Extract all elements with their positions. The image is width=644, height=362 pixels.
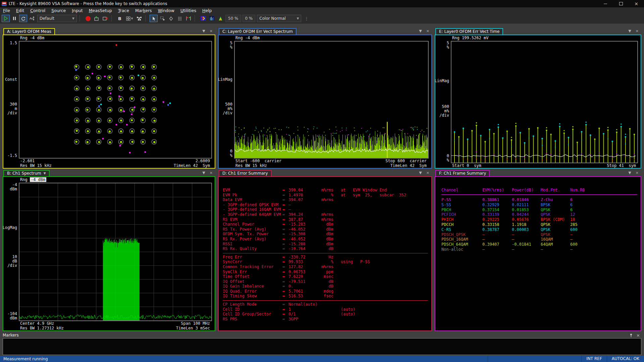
- cumulative-history-button[interactable]: [216, 15, 224, 22]
- record-button[interactable]: [84, 15, 92, 22]
- menu-control[interactable]: Control: [27, 7, 48, 14]
- menu-window[interactable]: Window: [155, 7, 177, 14]
- band-markers-icon: [178, 16, 182, 21]
- error-summary-row: Channel Power=-15.283dBm: [223, 222, 429, 227]
- range-label: Rng 199.5262 mV: [435, 35, 641, 41]
- run-button[interactable]: [2, 15, 10, 22]
- recall-trace-button[interactable]: [93, 15, 101, 22]
- error-summary-row: SyncCorr=99.933%using P-SS: [223, 259, 429, 264]
- pointer-tool-button[interactable]: [150, 15, 158, 22]
- auto-range-button[interactable]: [28, 15, 36, 22]
- error-summary-row: RS EVM=387.87m%rms: [223, 217, 429, 222]
- menu-trace[interactable]: Trace: [115, 7, 132, 14]
- pin-icon[interactable]: [629, 333, 633, 338]
- zoom-select-button[interactable]: [158, 15, 166, 22]
- restart-button[interactable]: [19, 15, 27, 22]
- panel-menu-icon[interactable]: ▼: [202, 29, 205, 33]
- band-power-button[interactable]: [176, 15, 184, 22]
- panel-d-error-summary: D: Ch1 Error Summary ▼× EVM=390.04m%rmsa…: [218, 170, 432, 331]
- layout-grid-icon: [126, 16, 131, 21]
- panel-tab-b[interactable]: B: Ch1 Spectrum▼: [3, 170, 50, 177]
- overlap-percent[interactable]: 0 %: [243, 15, 256, 22]
- panel-menu-icon[interactable]: ▼: [419, 171, 422, 175]
- color-mode-select[interactable]: Color Normal▼: [257, 15, 301, 22]
- error-summary-row: RSSI=-15.288dBm: [223, 242, 429, 247]
- chevron-down-icon: ▼: [72, 17, 74, 20]
- spectrogram-icon: [200, 16, 206, 21]
- panel-menu-icon[interactable]: ▼: [628, 171, 631, 175]
- frame-summary-row: C-RS0.387870.00003QPSK600: [441, 227, 637, 232]
- toolbar-separator: [195, 15, 197, 21]
- bold-icon: B: [118, 16, 121, 21]
- cumulative-history-icon: [218, 16, 223, 21]
- menu-markers[interactable]: Markers: [132, 7, 155, 14]
- trace-selector-chevron-icon[interactable]: ▼: [44, 171, 46, 176]
- toolbar-separator: [111, 15, 114, 21]
- error-summary-row: Data EVM=394.07m%rms: [223, 197, 429, 202]
- y-axis-labels: 5% LinMag 500m%/div 0%: [219, 41, 234, 159]
- menu-source[interactable]: Source: [48, 7, 69, 14]
- play-icon: [3, 16, 8, 21]
- frame-summary-row: PCFICH0.331390.04244QPSK12: [441, 212, 637, 217]
- panel-menu-icon[interactable]: ▼: [628, 29, 631, 33]
- panel-close-icon[interactable]: ×: [636, 171, 639, 175]
- marker-flags-button[interactable]: [184, 15, 193, 22]
- error-summary-row: EVM=390.04m%rmsat EVM Window End: [223, 188, 429, 193]
- arrange-windows-button[interactable]: [135, 15, 143, 22]
- frame-summary-row: PDSCH_16QAM——16QAM—: [441, 237, 637, 242]
- menu-help[interactable]: Help: [199, 7, 215, 14]
- pause-button[interactable]: [10, 15, 18, 22]
- panel-tab-e[interactable]: E: Layer0 OFDM Err Vect Time: [435, 28, 503, 35]
- panel-close-icon[interactable]: ×: [210, 171, 213, 175]
- y-axis-labels: 5% LinMag 500m%/div 0%: [435, 41, 451, 163]
- error-summary-row: IQ Gain Imbalance=0.dB: [223, 284, 429, 289]
- minimize-button[interactable]: [598, 0, 613, 7]
- maximize-button[interactable]: [613, 0, 629, 7]
- spectrogram-button[interactable]: [199, 15, 207, 22]
- bold-trace-button[interactable]: B: [116, 15, 124, 22]
- toolbar-overflow-icon[interactable]: ⋮: [304, 16, 309, 21]
- menu-file[interactable]: File: [0, 7, 13, 14]
- persistence-percent[interactable]: 50 %: [225, 15, 241, 22]
- panel-close-icon[interactable]: ×: [426, 29, 429, 33]
- frame-summary-row: PDSCH_QPSK——QPSK—: [441, 232, 637, 237]
- panel-tab-a[interactable]: A: Layer0 OFDM Meas: [3, 28, 55, 35]
- waterfall-icon: [209, 16, 215, 21]
- menu-edit[interactable]: Edit: [13, 7, 27, 14]
- minimize-icon: [604, 4, 607, 4]
- panel-close-icon[interactable]: ×: [426, 171, 429, 175]
- panel-title: B: Ch1 Spectrum: [7, 171, 41, 176]
- marker-diamond-button[interactable]: [167, 15, 175, 22]
- delete-trace-button[interactable]: [101, 15, 109, 22]
- range-label: Rng -4 dBm: [219, 35, 431, 41]
- x-axis-labels: Start -600 carrierStop 600 carrier: [219, 159, 431, 163]
- panel-menu-icon[interactable]: ▼: [419, 29, 422, 33]
- frame-summary-row: S-SS0.329290.02111BPSK6: [441, 202, 637, 207]
- evm-spectrum-plot-frame: [234, 41, 429, 159]
- frame-summary-row: PBCH0.371540.01853QPSK6: [441, 207, 637, 213]
- panel-tab-d[interactable]: D: Ch1 Error Summary: [219, 170, 272, 177]
- panel-close-icon[interactable]: ×: [210, 29, 213, 33]
- markers-panel-title: Markers: [3, 333, 19, 338]
- panel-tab-c[interactable]: C: Layer0 OFDM Err Vect Spectrum: [219, 28, 297, 35]
- menu-meassetup[interactable]: MeasSetup: [86, 7, 115, 14]
- close-button[interactable]: ×: [629, 0, 644, 7]
- markers-close-icon[interactable]: ×: [636, 333, 640, 338]
- error-summary-row: IQ Quad. Error=5.7061mdeg: [223, 289, 429, 294]
- layout-grid-button[interactable]: ▼: [124, 15, 135, 22]
- frame-summary-row: P-SS0.388610.01846Z-Chu6: [441, 197, 637, 202]
- reference-status: INT REF: [582, 356, 606, 362]
- menu-input[interactable]: Input: [69, 7, 86, 14]
- menu-utilities[interactable]: Utilities: [177, 7, 199, 14]
- maximize-icon: [619, 2, 623, 5]
- frame-summary-table: ChannelEVM(%rms)Power(dB)Mod.Fmt.Num.RBP…: [435, 177, 641, 252]
- panel-tab-f[interactable]: F: Ch1 Frame Summary: [435, 170, 490, 177]
- panel-menu-icon[interactable]: ▼: [202, 171, 205, 175]
- header-underline: [441, 194, 637, 195]
- range-value-field[interactable]: -4 dBm: [30, 177, 46, 182]
- waterfall-button[interactable]: [208, 15, 216, 22]
- preset-select[interactable]: Default▼: [37, 15, 77, 22]
- panel-close-icon[interactable]: ×: [636, 29, 639, 33]
- summary-separator: [223, 253, 428, 253]
- status-separator: [488, 356, 488, 362]
